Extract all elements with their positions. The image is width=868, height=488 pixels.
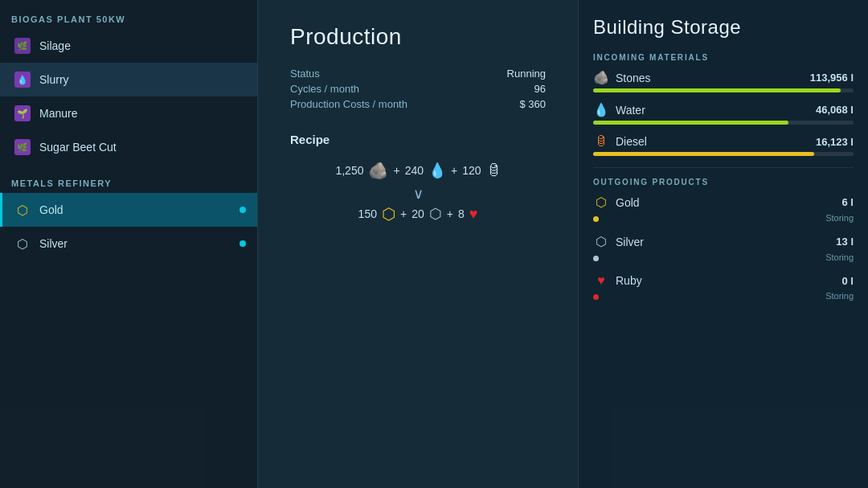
incoming-header: INCOMING MATERIALS	[593, 53, 854, 62]
sidebar: BIOGAS PLANT 50KW 🌿 Silage 💧 Slurry 🌱 Ma…	[0, 0, 257, 488]
silver-store-value: 13 l	[836, 236, 854, 248]
ruby-output-icon: ♥	[469, 206, 478, 223]
costs-value: $ 360	[424, 98, 546, 110]
gold-store-name: Gold	[616, 196, 640, 209]
manure-icon: 🌱	[14, 105, 31, 122]
stones-name: Stones	[616, 72, 651, 84]
diesel-icon: 🛢	[486, 162, 501, 179]
slurry-label: Slurry	[39, 73, 246, 86]
down-arrow-icon: ∨	[413, 185, 424, 203]
cycles-label: Cycles / month	[290, 83, 407, 95]
sidebar-item-manure[interactable]: 🌱 Manure	[0, 96, 257, 130]
recipe-amount-gold: 150	[358, 207, 377, 220]
recipe-amount-diesel: 120	[462, 164, 481, 177]
gold-output-icon: ⬡	[382, 204, 395, 223]
gold-store-dot	[593, 216, 599, 222]
stones-progress-bg	[593, 88, 854, 92]
recipe-amount-water: 240	[405, 164, 424, 177]
storage-divider	[593, 167, 854, 168]
diesel-name: Diesel	[616, 135, 647, 148]
recipe-plus-1: +	[393, 164, 399, 177]
stones-value: 113,956 l	[810, 72, 854, 84]
gold-icon: ⬡	[14, 201, 31, 219]
ruby-store-dot	[593, 294, 599, 300]
sidebar-item-silver[interactable]: ⬡ Silver	[0, 227, 257, 260]
silver-store-status: Storing	[825, 252, 854, 262]
silver-active-dot	[240, 240, 246, 247]
ruby-store-value: 0 l	[842, 275, 854, 287]
sidebar-item-silage[interactable]: 🌿 Silage	[0, 29, 257, 63]
water-progress-fill	[593, 121, 788, 125]
gold-store-icon: ⬡	[593, 195, 609, 210]
gold-store-status: Storing	[825, 213, 854, 223]
water-icon: 💧	[593, 102, 609, 117]
gold-label: Gold	[39, 203, 240, 216]
outgoing-gold: ⬡ Gold 6 l Storing	[593, 195, 854, 223]
water-name: Water	[616, 104, 645, 117]
recipe-amount-ruby: 8	[458, 207, 465, 220]
silage-label: Silage	[39, 39, 246, 52]
status-value: Running	[424, 68, 546, 80]
status-label: Status	[290, 68, 407, 80]
stones-icon: 🪨	[593, 70, 609, 85]
costs-label: Production Costs / month	[290, 98, 407, 110]
production-title: Production	[290, 24, 546, 50]
silver-output-icon: ⬡	[429, 205, 442, 223]
water-drop-icon: 💧	[428, 162, 446, 179]
silver-store-icon: ⬡	[593, 234, 609, 249]
production-panel: Production Status Running Cycles / month…	[257, 0, 579, 488]
storage-panel: Building Storage INCOMING MATERIALS 🪨 St…	[579, 0, 868, 488]
recipe-amount-ore: 1,250	[335, 164, 363, 177]
ruby-store-status: Storing	[825, 291, 854, 301]
storage-title: Building Storage	[593, 16, 854, 39]
incoming-stones: 🪨 Stones 113,956 l	[593, 70, 854, 92]
gold-store-value: 6 l	[842, 196, 854, 208]
diesel-progress-bg	[593, 152, 854, 156]
silver-icon: ⬡	[14, 235, 31, 252]
ore-icon: 🪨	[368, 161, 388, 180]
silver-store-dot	[593, 256, 599, 261]
incoming-diesel: 🛢 Diesel 16,123 l	[593, 134, 854, 156]
recipe-plus-4: +	[447, 207, 453, 220]
sidebar-item-slurry[interactable]: 💧 Slurry	[0, 63, 257, 96]
stones-progress-fill	[593, 88, 841, 92]
water-progress-bg	[593, 121, 854, 125]
recipe-amount-silver: 20	[411, 207, 424, 220]
diesel-value: 16,123 l	[816, 136, 854, 148]
recipe-title: Recipe	[290, 133, 546, 146]
manure-label: Manure	[39, 107, 246, 120]
recipe-plus-3: +	[400, 207, 407, 220]
sugarbeet-icon: 🌿	[14, 138, 31, 156]
ruby-store-name: Ruby	[616, 274, 642, 287]
diesel-icon: 🛢	[593, 134, 609, 149]
production-info: Status Running Cycles / month 96 Product…	[290, 68, 546, 110]
outgoing-ruby: ♥ Ruby 0 l Storing	[593, 273, 854, 301]
cycles-value: 96	[424, 83, 546, 95]
gold-active-dot	[240, 207, 246, 213]
recipe-plus-2: +	[451, 164, 457, 177]
metals-section-header: METALS REFINERY	[0, 172, 257, 193]
silver-label: Silver	[39, 237, 240, 250]
outgoing-silver: ⬡ Silver 13 l Storing	[593, 234, 854, 262]
water-value: 46,068 l	[816, 104, 854, 116]
sidebar-item-gold[interactable]: ⬡ Gold	[0, 193, 257, 227]
incoming-water: 💧 Water 46,068 l	[593, 102, 854, 125]
recipe-arrow: ∨	[290, 185, 546, 203]
ruby-store-icon: ♥	[593, 273, 609, 288]
recipe-input-row: 1,250 🪨 + 240 💧 + 120 🛢	[290, 161, 546, 180]
sugarbeet-label: Sugar Beet Cut	[39, 141, 246, 154]
silage-icon: 🌿	[14, 37, 31, 55]
slurry-icon: 💧	[14, 71, 31, 88]
outgoing-header: OUTGOING PRODUCTS	[593, 178, 854, 187]
silver-store-name: Silver	[616, 236, 644, 248]
recipe-output-row: 150 ⬡ + 20 ⬡ + 8 ♥	[290, 204, 546, 223]
sidebar-item-sugarbeet[interactable]: 🌿 Sugar Beet Cut	[0, 130, 257, 164]
diesel-progress-fill	[593, 152, 814, 156]
biogas-section-header: BIOGAS PLANT 50KW	[0, 8, 257, 29]
